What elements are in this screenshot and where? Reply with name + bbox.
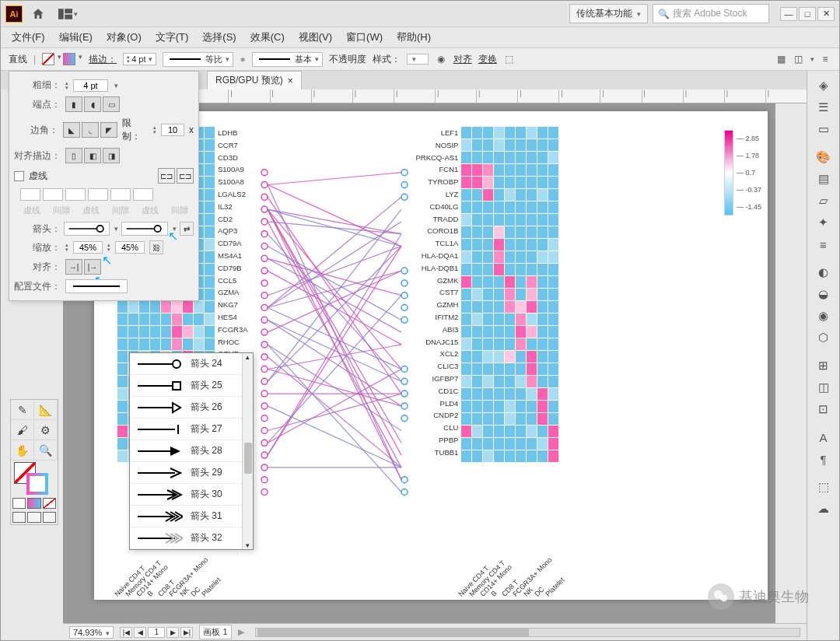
miter-limit[interactable] (161, 124, 184, 136)
dash-preserve[interactable]: ⊏⊐ (158, 168, 175, 184)
symbol-tool[interactable]: ⚙ (34, 420, 58, 440)
mode-color[interactable] (12, 498, 26, 509)
nav-prev[interactable]: ◀ (134, 627, 146, 638)
menu-item[interactable]: 对象(O) (107, 30, 142, 44)
draw-inside[interactable] (43, 512, 56, 523)
pathfinder-icon[interactable]: ◫ (814, 377, 834, 398)
align-center[interactable]: ▯ (65, 148, 82, 163)
maximize-button[interactable]: □ (799, 7, 816, 21)
profile-select[interactable] (65, 279, 128, 293)
join-round[interactable]: ◟ (82, 122, 99, 138)
align-label[interactable]: 对齐 (453, 53, 472, 66)
swatches-icon[interactable]: ▤ (814, 169, 834, 189)
arrowhead-option[interactable]: 箭头 26 (130, 397, 253, 419)
transform-label[interactable]: 变换 (478, 53, 497, 66)
nav-first[interactable]: |◀ (120, 627, 132, 638)
arrowhead-dropdown[interactable]: 箭头 24箭头 25箭头 26箭头 27箭头 28箭头 29箭头 30箭头 31… (129, 352, 254, 550)
perspective-icon[interactable]: ◫ (792, 53, 804, 65)
draw-normal[interactable] (12, 512, 26, 523)
menu-item[interactable]: 选择(S) (202, 30, 236, 44)
fill-swatch[interactable] (42, 53, 54, 65)
weight-input[interactable] (73, 79, 108, 92)
dash-align[interactable]: ⊏⊐ (177, 168, 194, 184)
properties-icon[interactable]: ◈ (814, 75, 834, 96)
fill-stroke-indicator[interactable] (11, 461, 58, 496)
brushes-icon[interactable]: ▱ (814, 191, 834, 211)
mode-none[interactable] (43, 498, 56, 509)
minimize-button[interactable]: — (780, 7, 797, 21)
recolor-icon[interactable]: ◉ (435, 53, 447, 65)
width-profile[interactable]: 等比▾ (163, 52, 233, 67)
join-miter[interactable]: ◣ (63, 122, 80, 138)
transparency-icon[interactable]: ◒ (814, 284, 834, 304)
scale-b[interactable] (115, 241, 145, 254)
document-tab[interactable]: RGB/GPU 预览)× (207, 71, 302, 89)
nav-last[interactable]: ▶| (180, 627, 193, 638)
arrowhead-option[interactable]: 箭头 27 (130, 419, 253, 440)
layers-icon[interactable]: ☰ (814, 97, 834, 117)
eyedropper-tool[interactable]: ✎ (11, 400, 34, 420)
stroke-label[interactable]: 描边： (89, 53, 117, 66)
brush-def[interactable]: 基本▾ (252, 52, 323, 67)
swap-arrows[interactable]: ⇄ (180, 222, 194, 236)
artboard-name[interactable]: 画板 1 (199, 625, 231, 639)
symbols-icon[interactable]: ✦ (814, 212, 834, 233)
close-button[interactable]: ✕ (817, 7, 835, 21)
asset-export-icon[interactable]: ⬚ (814, 477, 834, 497)
stroke-weight-input[interactable]: ▴▾4 pt ▾ (123, 53, 156, 65)
prefs-icon[interactable]: ≡ (819, 53, 831, 65)
arrowhead-option[interactable]: 箭头 25 (130, 375, 253, 397)
blend-tool[interactable]: 🖌 (11, 420, 34, 440)
graphic-styles-icon[interactable]: ⬡ (814, 328, 834, 348)
nav-next[interactable]: ▶ (166, 627, 179, 638)
arrowhead-option[interactable]: 箭头 31 (130, 506, 253, 527)
style-select[interactable]: ▾ (407, 54, 429, 65)
h-scrollbar[interactable] (255, 628, 800, 637)
grid-icon[interactable]: ▦ (775, 53, 787, 65)
draw-behind[interactable] (27, 512, 40, 523)
menu-item[interactable]: 效果(C) (250, 30, 285, 44)
transform-panel-icon[interactable]: ⊡ (814, 399, 834, 419)
tab-close[interactable]: × (288, 75, 293, 86)
arrow-end-select[interactable]: ↖ (121, 222, 168, 236)
arrowhead-option[interactable]: 箭头 28 (130, 440, 253, 462)
menu-item[interactable]: 文字(T) (156, 30, 189, 44)
hand-tool[interactable]: ✋ (11, 440, 34, 461)
isolate-icon[interactable]: ⬚ (503, 53, 516, 65)
menu-item[interactable]: 窗口(W) (346, 30, 383, 44)
menu-item[interactable]: 视图(V) (299, 30, 332, 44)
gradient-icon[interactable]: ◐ (814, 262, 834, 282)
cap-square[interactable]: ▭ (103, 96, 120, 112)
libraries-icon[interactable]: ☁ (814, 499, 834, 519)
artboards-icon[interactable]: ▭ (814, 119, 834, 139)
appearance-icon[interactable]: ◉ (814, 306, 834, 326)
measure-tool[interactable]: 📐 (34, 400, 58, 420)
link-scale[interactable]: ⛓ (149, 240, 163, 254)
cap-butt[interactable]: ▮ (65, 96, 82, 112)
zoom-tool[interactable]: 🔍 (34, 440, 58, 461)
arrow-align-end[interactable]: |→ (84, 259, 101, 275)
dash-checkbox[interactable] (14, 171, 24, 181)
arrow-start-select[interactable] (64, 222, 110, 236)
color-icon[interactable]: 🎨 (814, 147, 834, 167)
align-inside[interactable]: ◧ (84, 148, 101, 163)
scale-a[interactable] (73, 241, 103, 254)
cap-round[interactable]: ◖ (84, 96, 101, 112)
align-outside[interactable]: ◨ (103, 148, 120, 163)
join-bevel[interactable]: ◤ (100, 122, 117, 138)
menu-item[interactable]: 文件(F) (12, 30, 45, 44)
stock-search[interactable]: 🔍搜索 Adobe Stock (653, 4, 769, 23)
layout-switcher[interactable]: ▾ (57, 5, 79, 23)
zoom-level[interactable]: 74.93% ▾ (69, 626, 114, 639)
align-panel-icon[interactable]: ⊞ (814, 356, 834, 376)
stroke-icon[interactable]: ≡ (814, 234, 834, 254)
mode-gradient[interactable] (27, 498, 40, 509)
arrow-align-tip[interactable]: →| (65, 259, 82, 275)
stroke-swatch[interactable] (63, 53, 75, 65)
nav-page[interactable]: 1 (148, 627, 165, 638)
arrowhead-option[interactable]: 箭头 24 (130, 353, 253, 375)
arrowhead-option[interactable]: 箭头 29 (130, 462, 253, 484)
home-button[interactable] (29, 5, 47, 23)
paragraph-icon[interactable]: ¶ (814, 449, 834, 469)
menu-item[interactable]: 编辑(E) (59, 30, 93, 44)
